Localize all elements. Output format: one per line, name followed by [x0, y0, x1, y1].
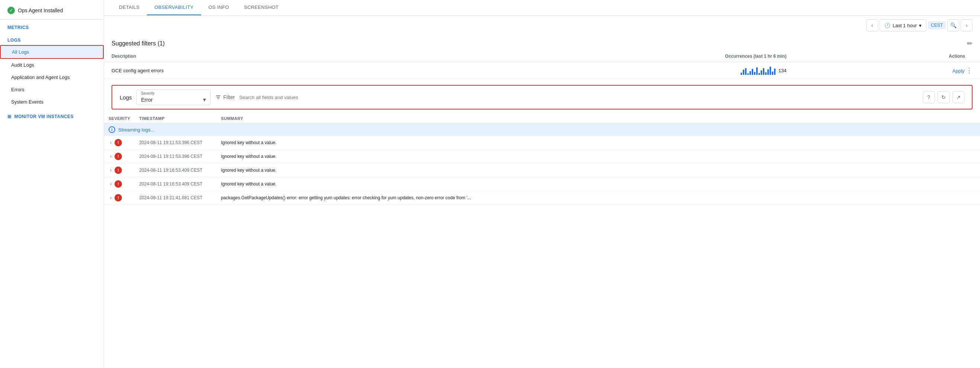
- filter-search-input[interactable]: [239, 94, 918, 100]
- log-timestamp: 2024-08-11 19:16:53.409 CEST: [135, 177, 216, 191]
- suggested-filters-title: Suggested filters (1): [111, 40, 165, 47]
- filter-label: Filter: [223, 94, 235, 100]
- severity-cell: › !: [104, 191, 135, 205]
- log-summary: Ignored key without a value.: [216, 177, 980, 191]
- error-severity-icon: !: [115, 194, 122, 202]
- filters-table: Description Occurrences (last 1 hr 6 min…: [104, 51, 980, 79]
- filter-divider: Filter: [215, 94, 235, 100]
- external-link-icon: ↗: [956, 94, 961, 100]
- search-button[interactable]: 🔍: [947, 19, 959, 31]
- expand-button[interactable]: ›: [108, 153, 113, 160]
- expand-button[interactable]: ›: [108, 194, 113, 201]
- time-range-button[interactable]: 🕐 Last 1 hour ▾: [880, 19, 926, 31]
- bar-11: [763, 68, 764, 75]
- severity-cell: › !: [104, 136, 135, 150]
- sidebar-item-audit-logs[interactable]: Audit Logs: [0, 59, 104, 71]
- monitor-icon: ⊞: [8, 114, 11, 119]
- log-row[interactable]: › ! 2024-08-11 19:16:53.409 CEST Ignored…: [104, 163, 980, 177]
- filter-row: GCE config agent errors: [104, 62, 980, 79]
- header-controls: ‹ 🕐 Last 1 hour ▾ CEST 🔍 ›: [104, 16, 980, 35]
- sidebar-item-all-logs[interactable]: All Logs: [0, 45, 104, 59]
- edit-icon[interactable]: ✏: [967, 40, 972, 48]
- severity-label: Severity: [141, 91, 206, 95]
- log-row[interactable]: › ! 2024-08-11 19:11:53.396 CEST Ignored…: [104, 150, 980, 163]
- filter-action-buttons: ? ↻ ↗: [923, 91, 964, 103]
- log-row[interactable]: › ! 2024-08-11 19:16:53.409 CEST Ignored…: [104, 177, 980, 191]
- expand-button[interactable]: ›: [108, 181, 113, 187]
- bar-7: [754, 72, 756, 75]
- tab-screenshot[interactable]: SCREENSHOT: [237, 0, 286, 15]
- help-button[interactable]: ?: [923, 91, 935, 103]
- check-icon: ✓: [8, 7, 15, 14]
- tab-details[interactable]: DETAILS: [111, 0, 147, 15]
- severity-cell: › !: [104, 177, 135, 191]
- severity-cell: › !: [104, 163, 135, 177]
- actions-column-header: Actions: [794, 51, 980, 62]
- bar-4: [747, 74, 749, 75]
- search-icon: 🔍: [950, 22, 956, 28]
- log-row[interactable]: › ! 2024-08-11 19:21:41.681 CEST package…: [104, 191, 980, 205]
- ops-agent-status: ✓ Ops Agent Installed: [0, 0, 104, 20]
- sidebar-item-system-events[interactable]: System Events: [0, 96, 104, 108]
- bar-16: [774, 69, 776, 75]
- tab-os-info[interactable]: OS INFO: [201, 0, 237, 15]
- filter-icon: [215, 94, 221, 100]
- help-icon: ?: [927, 94, 930, 100]
- ops-agent-label: Ops Agent Installed: [18, 8, 63, 13]
- log-timestamp: 2024-08-11 19:16:53.409 CEST: [135, 163, 216, 177]
- monitor-vm-instances[interactable]: ⊞ MONITOR VM INSTANCES: [0, 108, 104, 125]
- external-link-button[interactable]: ↗: [953, 91, 964, 103]
- refresh-button[interactable]: ↻: [938, 91, 950, 103]
- error-severity-icon: !: [115, 166, 122, 174]
- bar-12: [765, 72, 767, 75]
- severity-cell: › !: [104, 150, 135, 163]
- filter-description: GCE config agent errors: [104, 62, 426, 79]
- log-timestamp: 2024-08-11 19:11:53.396 CEST: [135, 150, 216, 163]
- bar-3: [745, 68, 746, 75]
- monitor-label: MONITOR VM INSTANCES: [14, 114, 74, 119]
- log-timestamp: 2024-08-11 19:21:41.681 CEST: [135, 191, 216, 205]
- more-options-icon[interactable]: ⋮: [966, 67, 972, 74]
- streaming-row: i Streaming logs...: [104, 123, 980, 136]
- occurrences-column-header: Occurrences (last 1 hr 6 min): [426, 51, 794, 62]
- error-severity-icon: !: [115, 139, 122, 146]
- apply-button[interactable]: Apply: [953, 68, 965, 74]
- chevron-right-icon: ›: [966, 22, 968, 28]
- info-icon: i: [108, 126, 115, 133]
- log-summary: packages.GetPackageUpdates() error: erro…: [216, 191, 980, 205]
- suggested-filters-header: Suggested filters (1) ✏: [104, 35, 980, 51]
- occurrence-count: 134: [778, 68, 787, 74]
- sidebar-item-app-agent-logs[interactable]: Application and Agent Logs: [0, 71, 104, 83]
- tab-observability[interactable]: OBSERVABILITY: [147, 0, 201, 15]
- content-area: ‹ 🕐 Last 1 hour ▾ CEST 🔍 › Suggested fil…: [104, 16, 980, 368]
- streaming-cell: i Streaming logs...: [104, 123, 980, 136]
- sidebar-item-errors[interactable]: Errors: [0, 83, 104, 96]
- description-column-header: Description: [104, 51, 426, 62]
- logs-section-header[interactable]: LOGS: [0, 32, 104, 45]
- logs-label: Logs: [120, 94, 132, 101]
- expand-button[interactable]: ›: [108, 139, 113, 146]
- streaming-text: Streaming logs...: [118, 127, 155, 133]
- prev-button[interactable]: ‹: [866, 19, 878, 31]
- bar-13: [767, 69, 769, 75]
- expand-button[interactable]: ›: [108, 167, 113, 174]
- chevron-down-icon: ▾: [203, 96, 206, 103]
- bar-5: [749, 71, 751, 75]
- logs-table: SEVERITY TIMESTAMP SUMMARY i Streaming l…: [104, 114, 980, 205]
- log-summary: Ignored key without a value.: [216, 163, 980, 177]
- log-row[interactable]: › ! 2024-08-11 19:11:53.396 CEST Ignored…: [104, 136, 980, 150]
- metrics-section-header[interactable]: METRICS: [0, 20, 104, 32]
- log-filter-bar: Logs Severity Error ▾ Filter ?: [111, 85, 972, 109]
- severity-dropdown[interactable]: Severity Error ▾: [137, 90, 211, 105]
- time-range-label: Last 1 hour: [892, 23, 917, 28]
- tab-bar: DETAILS OBSERVABILITY OS INFO SCREENSHOT: [104, 0, 980, 16]
- severity-header: SEVERITY: [104, 114, 135, 123]
- bar-15: [772, 72, 773, 75]
- log-timestamp: 2024-08-11 19:11:53.396 CEST: [135, 136, 216, 150]
- occurrence-cell: 134: [426, 62, 794, 79]
- summary-header: SUMMARY: [216, 114, 980, 123]
- sidebar: ✓ Ops Agent Installed METRICS LOGS All L…: [0, 0, 104, 368]
- next-button[interactable]: ›: [961, 19, 972, 31]
- refresh-icon: ↻: [941, 94, 946, 100]
- error-severity-icon: !: [115, 180, 122, 188]
